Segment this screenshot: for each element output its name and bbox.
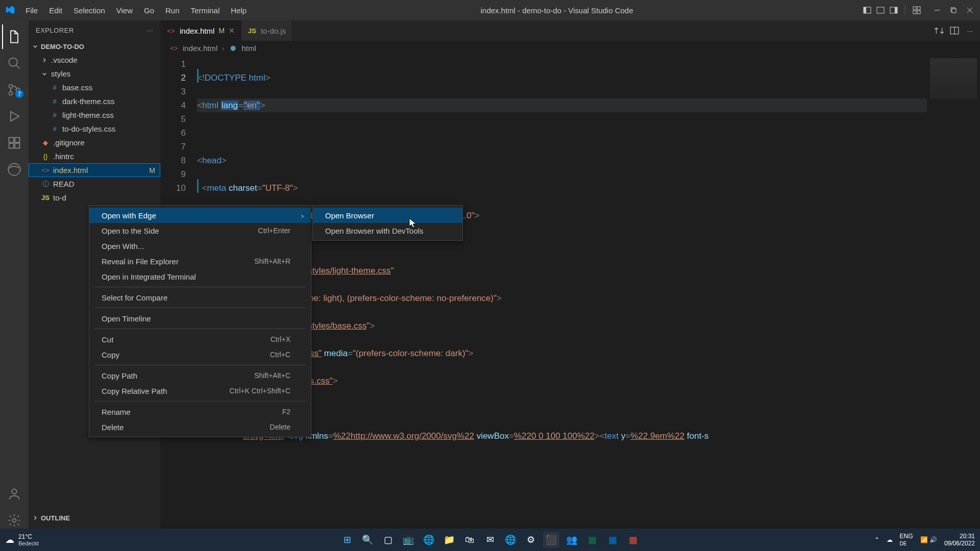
explorer-icon[interactable] xyxy=(2,24,27,49)
panel-left-icon[interactable] xyxy=(862,5,872,15)
svg-rect-4 xyxy=(895,7,897,13)
breadcrumb[interactable]: <> index.html › ⬢ html xyxy=(160,41,980,55)
edge-icon[interactable]: 🌐 xyxy=(421,532,437,548)
mouse-cursor-icon xyxy=(408,217,418,227)
menu-edit[interactable]: Edit xyxy=(44,3,67,18)
sidebar-title: EXPLORER xyxy=(36,27,74,34)
code-content[interactable]: <!DOCTYPE html> <html lang="en"> <head> … xyxy=(197,55,980,538)
project-name: DEMO-TO-DO xyxy=(41,43,84,51)
panel-bottom-icon[interactable] xyxy=(875,5,886,15)
more-icon[interactable]: ··· xyxy=(147,27,153,34)
svg-point-25 xyxy=(12,489,16,494)
layout-controls xyxy=(862,5,922,15)
teams-icon[interactable]: 👥 xyxy=(564,532,580,548)
menu-go[interactable]: Go xyxy=(139,3,159,18)
app-icon[interactable]: 📺 xyxy=(400,532,416,548)
cm-copy[interactable]: CopyCtrl+C xyxy=(89,347,311,362)
svg-rect-22 xyxy=(15,143,19,148)
file-light-theme-css[interactable]: #light-theme.css xyxy=(29,108,160,122)
tab-close-icon[interactable]: ✕ xyxy=(229,27,235,35)
menu-view[interactable]: View xyxy=(111,3,138,18)
folder-styles[interactable]: styles xyxy=(29,67,160,81)
start-icon[interactable]: ⊞ xyxy=(339,532,355,548)
vscode-app-icon[interactable]: ⬛ xyxy=(543,532,559,548)
edge-dev-icon[interactable]: 🌐 xyxy=(502,532,519,548)
file-todo-styles-css[interactable]: #to-do-styles.css xyxy=(29,122,160,136)
minimize-icon[interactable] xyxy=(932,5,942,15)
cm-cut[interactable]: CutCtrl+X xyxy=(89,332,311,347)
layout-customize-icon[interactable] xyxy=(912,5,922,15)
clock[interactable]: 20:3109/06/2022 xyxy=(944,533,975,547)
tab-index-html[interactable]: <> index.html M ✕ xyxy=(160,20,241,41)
app-icon-2[interactable]: ▦ xyxy=(625,532,641,548)
menu-file[interactable]: File xyxy=(20,3,43,18)
weather-widget[interactable]: ☁ 21°CBedeckt xyxy=(5,533,39,546)
cm-reveal-explorer[interactable]: Reveal in File ExplorerShift+Alt+R xyxy=(89,254,311,269)
file-gitignore[interactable]: ◆.gitignore xyxy=(29,136,160,149)
svg-point-17 xyxy=(9,92,13,95)
cm-open-with[interactable]: Open With... xyxy=(89,238,311,254)
svg-line-15 xyxy=(16,65,20,69)
cm-select-compare[interactable]: Select for Compare xyxy=(89,290,311,305)
file-dark-theme-css[interactable]: #dark-theme.css xyxy=(29,94,160,108)
svg-point-14 xyxy=(9,58,17,66)
menu-help[interactable]: Help xyxy=(226,3,252,18)
svg-rect-7 xyxy=(913,11,916,14)
maximize-icon[interactable] xyxy=(948,5,959,15)
file-base-css[interactable]: #base.css xyxy=(29,81,160,94)
cm-open-with-edge[interactable]: Open with Edge› xyxy=(89,208,311,223)
cm-copy-relative-path[interactable]: Copy Relative PathCtrl+K Ctrl+Shift+C xyxy=(89,383,311,398)
panel-right-icon[interactable] xyxy=(889,5,899,15)
task-view-icon[interactable]: ▢ xyxy=(380,532,396,548)
network-volume-icon[interactable]: 📶 🔊 xyxy=(920,536,937,543)
svg-point-26 xyxy=(13,519,16,522)
debug-icon[interactable] xyxy=(2,104,27,129)
folder-vscode[interactable]: .vscode xyxy=(29,53,160,67)
account-icon[interactable] xyxy=(2,482,27,506)
explorer-app-icon[interactable]: 📁 xyxy=(441,532,457,548)
menu-terminal[interactable]: Terminal xyxy=(186,3,225,18)
menu-run[interactable]: Run xyxy=(160,3,185,18)
taskbar-apps: ⊞ 🔍 ▢ 📺 🌐 📁 🛍 ✉ 🌐 ⚙ ⬛ 👥 ▦ ▦ ▦ xyxy=(339,532,641,548)
store-icon[interactable]: 🛍 xyxy=(461,532,478,548)
compare-changes-icon[interactable] xyxy=(934,26,944,36)
mail-icon[interactable]: ✉ xyxy=(482,532,498,548)
taskbar-search-icon[interactable]: 🔍 xyxy=(359,532,376,548)
extensions-icon[interactable] xyxy=(2,131,27,155)
ime-indicator[interactable]: ENGDE xyxy=(900,533,913,547)
tray-chevron-icon[interactable]: ⌃ xyxy=(874,536,879,543)
cm-copy-path[interactable]: Copy PathShift+Alt+C xyxy=(89,368,311,383)
outlook-icon[interactable]: ▦ xyxy=(604,532,621,548)
edge-tools-icon[interactable] xyxy=(2,157,27,182)
breadcrumb-file[interactable]: index.html xyxy=(183,44,217,53)
minimap[interactable] xyxy=(927,55,980,538)
settings-app-icon[interactable]: ⚙ xyxy=(523,532,539,548)
menu-selection[interactable]: Selection xyxy=(68,3,110,18)
close-icon[interactable] xyxy=(965,5,975,15)
onedrive-icon[interactable]: ☁ xyxy=(887,536,893,543)
source-control-icon[interactable]: 7 xyxy=(2,78,27,102)
tab-todo-js[interactable]: JS to-do.js xyxy=(241,20,292,41)
outline-header[interactable]: OUTLINE xyxy=(29,511,160,524)
excel-icon[interactable]: ▦ xyxy=(584,532,600,548)
file-todo-js[interactable]: JSto-d xyxy=(29,191,160,205)
project-header[interactable]: DEMO-TO-DO xyxy=(29,40,160,53)
cm-rename[interactable]: RenameF2 xyxy=(89,404,311,419)
cm-open-browser-devtools[interactable]: Open Browser with DevTools xyxy=(313,223,462,238)
tab-bar: <> index.html M ✕ JS to-do.js ··· xyxy=(160,20,980,41)
file-hintrc[interactable]: {}.hintrc xyxy=(29,149,160,163)
cm-open-browser[interactable]: Open Browser xyxy=(313,208,462,223)
cm-delete[interactable]: DeleteDelete xyxy=(89,419,311,435)
file-index-html[interactable]: <>index.htmlM xyxy=(29,163,160,177)
cm-open-timeline[interactable]: Open Timeline xyxy=(89,311,311,326)
cm-open-terminal[interactable]: Open in Integrated Terminal xyxy=(89,269,311,284)
breadcrumb-symbol[interactable]: html xyxy=(241,44,256,53)
more-actions-icon[interactable]: ··· xyxy=(965,26,975,36)
search-icon[interactable] xyxy=(2,51,27,76)
file-readme[interactable]: ⓘREAD xyxy=(29,177,160,191)
sidebar-header: EXPLORER ··· xyxy=(29,20,160,40)
separator xyxy=(905,5,905,14)
cm-open-to-side[interactable]: Open to the SideCtrl+Enter xyxy=(89,223,311,238)
split-editor-icon[interactable] xyxy=(949,26,960,36)
svg-rect-1 xyxy=(864,7,866,13)
